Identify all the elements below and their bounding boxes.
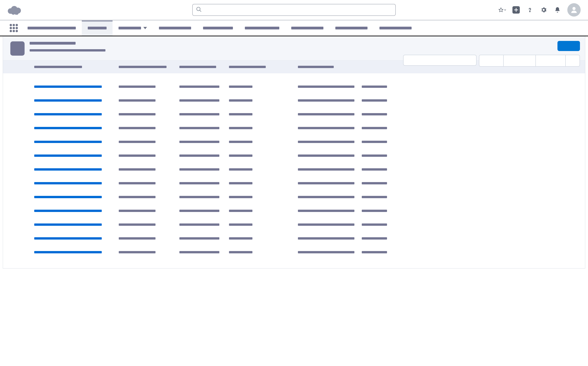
cell-value <box>362 251 387 253</box>
cell-value <box>362 99 387 102</box>
cell-value <box>229 85 252 88</box>
nav-tab-7[interactable] <box>374 21 418 36</box>
cell-value <box>229 99 252 102</box>
svg-marker-7 <box>499 8 503 12</box>
cell-value <box>119 85 155 88</box>
cell-value <box>298 99 354 102</box>
record-link[interactable] <box>34 113 102 115</box>
table-row <box>34 245 585 259</box>
display-as-button[interactable] <box>504 55 536 66</box>
cell-value <box>362 237 387 240</box>
table-row <box>34 190 585 204</box>
refresh-button[interactable] <box>536 55 566 66</box>
table-row <box>34 121 585 135</box>
cell-value <box>298 127 354 129</box>
global-actions-button[interactable] <box>512 6 520 14</box>
cell-value <box>119 154 155 157</box>
profile-avatar[interactable] <box>567 3 581 16</box>
app-name <box>22 21 82 36</box>
cell-value <box>179 85 219 88</box>
svg-line-6 <box>200 10 201 12</box>
app-launcher-button[interactable] <box>8 21 20 36</box>
cell-value <box>229 223 252 226</box>
record-link[interactable] <box>34 237 102 240</box>
plus-icon <box>512 6 520 14</box>
table-row <box>34 162 585 176</box>
record-link[interactable] <box>34 141 102 143</box>
header-actions <box>499 3 581 16</box>
cell-value <box>119 127 155 129</box>
cell-value <box>298 237 354 240</box>
record-link[interactable] <box>34 251 102 253</box>
table-row <box>34 176 585 190</box>
object-label <box>30 42 76 45</box>
nav-tab-2[interactable] <box>153 21 197 36</box>
table-row <box>34 135 585 149</box>
svg-point-5 <box>197 7 200 11</box>
favorites-button[interactable] <box>499 6 506 14</box>
record-link[interactable] <box>34 182 102 184</box>
column-header-3[interactable] <box>229 66 266 68</box>
cell-value <box>229 168 252 171</box>
column-header-4[interactable] <box>298 66 334 68</box>
nav-tab-4[interactable] <box>239 21 285 36</box>
cell-value <box>362 141 387 143</box>
cell-value <box>179 141 219 143</box>
record-link[interactable] <box>34 127 102 129</box>
nav-bar <box>0 20 588 36</box>
record-link[interactable] <box>34 168 102 171</box>
page <box>0 36 588 268</box>
notifications-button[interactable] <box>554 6 561 14</box>
cell-value <box>119 237 155 240</box>
global-search[interactable] <box>192 4 396 16</box>
cell-value <box>229 182 252 184</box>
column-header-0[interactable] <box>34 66 82 68</box>
cell-value <box>362 210 387 212</box>
cell-value <box>298 113 354 115</box>
record-link[interactable] <box>34 196 102 198</box>
record-link[interactable] <box>34 223 102 226</box>
cell-value <box>179 210 219 212</box>
cell-value <box>179 127 219 129</box>
table-row <box>34 149 585 162</box>
global-search-input[interactable] <box>204 4 392 15</box>
nav-tab-1[interactable] <box>113 21 153 36</box>
salesforce-logo[interactable] <box>7 5 21 15</box>
record-link[interactable] <box>34 154 102 157</box>
cell-value <box>119 196 155 198</box>
list-search-input[interactable] <box>403 55 477 66</box>
object-icon <box>10 41 25 56</box>
nav-tab-6[interactable] <box>329 21 374 36</box>
cell-value <box>362 113 387 115</box>
cell-value <box>179 223 219 226</box>
svg-point-8 <box>530 11 530 12</box>
inline-edit-button[interactable] <box>566 55 580 66</box>
help-button[interactable] <box>526 6 534 14</box>
cell-value <box>179 182 219 184</box>
column-header-2[interactable] <box>179 66 216 68</box>
svg-point-9 <box>572 7 576 10</box>
setup-button[interactable] <box>540 6 548 14</box>
nav-tab-5[interactable] <box>285 21 329 36</box>
table-row <box>34 231 585 245</box>
record-link[interactable] <box>34 99 102 102</box>
record-link[interactable] <box>34 210 102 212</box>
cell-value <box>298 168 354 171</box>
nav-tab-0[interactable] <box>82 21 113 36</box>
cell-value <box>362 154 387 157</box>
cell-value <box>119 182 155 184</box>
list-view-settings-button[interactable] <box>479 55 504 66</box>
list-view-name[interactable] <box>30 49 105 52</box>
search-icon <box>196 7 202 13</box>
cell-value <box>298 196 354 198</box>
column-header-1[interactable] <box>119 66 167 68</box>
primary-action-button[interactable] <box>558 41 580 51</box>
record-link[interactable] <box>34 85 102 88</box>
cell-value <box>179 168 219 171</box>
nav-tab-3[interactable] <box>197 21 239 36</box>
list-view-control-group <box>479 55 580 67</box>
cell-value <box>119 210 155 212</box>
cell-value <box>362 168 387 171</box>
cell-value <box>119 113 155 115</box>
cell-value <box>298 182 354 184</box>
